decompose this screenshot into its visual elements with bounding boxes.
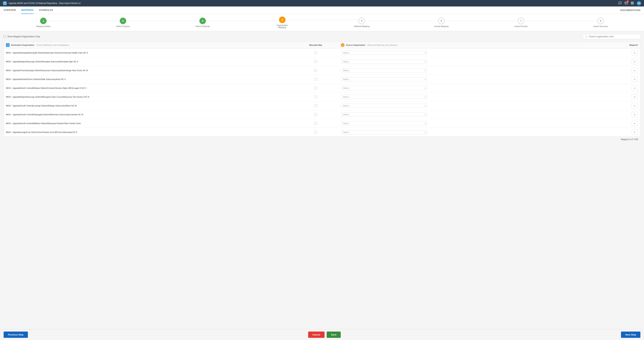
step-2[interactable]: 2 Select Program [83,18,163,27]
step-3[interactable]: 3 Select Outbreak [163,18,242,27]
dest-cell-2: MOH - Uganda/Tooro/Kyenjojo District/Kya… [6,69,290,72]
search-input[interactable] [589,35,638,38]
source-select-7[interactable]: Select... [341,112,427,117]
app-title: Uganda eIDSR and COVID 19 National Repos… [9,2,80,5]
manual-checkbox-5[interactable] [314,96,317,98]
manual-cell-4[interactable] [290,87,341,89]
source-cell-9[interactable]: Select... [341,130,562,134]
mapped-cell-0[interactable]: ▾ [562,50,638,55]
mail-icon-btn[interactable]: 2 [624,2,628,5]
nav-mappings[interactable]: MAPPINGS [21,7,34,14]
source-select-wrapper-9[interactable]: Select... [341,130,427,134]
step-1[interactable]: 1 Mapping Details [4,18,83,27]
source-cell-8[interactable]: Select... [341,121,562,125]
manual-cell-6[interactable] [290,104,341,107]
mapped-dropdown-5[interactable]: ▾ [632,94,638,99]
source-select-wrapper-5[interactable]: Select... [341,95,427,99]
source-select-2[interactable]: Select... [341,68,427,73]
source-cell-3[interactable]: Select... [341,77,562,81]
source-select-9[interactable]: Select... [341,130,427,134]
nav-documentation[interactable]: DOCUMENTATION [620,9,640,12]
source-cell-5[interactable]: Select... [341,95,562,99]
mapped-dropdown-9[interactable]: ▾ [632,130,638,135]
step-6[interactable]: 6 Events Mapping [402,18,481,27]
nav-overview[interactable]: OVERVIEW [4,7,16,14]
manual-checkbox-2[interactable] [314,69,317,72]
mapped-dropdown-4[interactable]: ▾ [632,86,638,91]
mapped-cell-2[interactable]: ▾ [562,68,638,73]
mapped-dropdown-6[interactable]: ▾ [632,103,638,108]
mapped-cell-5[interactable]: ▾ [562,94,638,99]
source-cell-7[interactable]: Select... [341,112,562,117]
source-select-wrapper-3[interactable]: Select... [341,77,427,81]
source-cell-0[interactable]: Select... [341,51,562,55]
source-select-3[interactable]: Select... [341,77,427,81]
source-select-6[interactable]: Select... [341,104,427,108]
save-button[interactable]: Save [327,331,341,335]
show-mapped-label: Show Mapped Organisations Only [7,35,40,38]
source-select-0[interactable]: Select... [341,51,427,55]
mapped-dropdown-2[interactable]: ▾ [632,68,638,73]
mapped-cell-9[interactable]: ▾ [562,130,638,135]
manual-cell-2[interactable] [290,69,341,72]
manual-checkbox-6[interactable] [314,104,317,107]
manual-cell-5[interactable] [290,96,341,98]
manual-cell-8[interactable] [290,122,341,125]
source-select-8[interactable]: Select... [341,121,427,125]
mapped-dropdown-1[interactable]: ▾ [632,59,638,64]
source-cell-1[interactable]: Select... [341,59,562,64]
cancel-button[interactable]: Cancel [308,331,324,335]
mapped-cell-6[interactable]: ▾ [562,103,638,108]
mapped-cell-4[interactable]: ▾ [562,86,638,91]
source-select-wrapper-8[interactable]: Select... [341,121,427,125]
svg-rect-2 [633,2,634,3]
manual-checkbox-1[interactable] [314,60,317,63]
step-4[interactable]: 4 Organisation Mapping [242,17,322,29]
grid-icon-btn[interactable] [631,2,634,5]
mapped-cell-3[interactable]: ▾ [562,77,638,82]
source-cell-4[interactable]: Select... [341,86,562,90]
mapped-cell-8[interactable]: ▾ [562,121,638,126]
mapped-dropdown-8[interactable]: ▾ [632,121,638,126]
source-icon [341,43,344,47]
show-mapped-checkbox[interactable]: Show Mapped Organisations Only [4,35,40,38]
chat-icon-btn[interactable] [618,2,622,5]
mapped-cell-7[interactable]: ▾ [562,112,638,117]
previous-step-button[interactable]: Previous Step [4,331,28,335]
source-cell-6[interactable]: Select... [341,104,562,108]
mapped-dropdown-0[interactable]: ▾ [632,50,638,55]
source-select-wrapper-6[interactable]: Select... [341,104,427,108]
source-select-wrapper-7[interactable]: Select... [341,112,427,117]
step-8[interactable]: 8 Import Summary [561,18,640,27]
source-select-wrapper-0[interactable]: Select... [341,51,427,55]
manual-cell-9[interactable] [290,131,341,133]
step-7[interactable]: 7 Import Preview [481,18,561,27]
show-mapped-input[interactable] [4,36,6,38]
source-select-5[interactable]: Select... [341,95,427,99]
manual-cell-0[interactable] [290,52,341,54]
manual-cell-3[interactable] [290,78,341,81]
manual-checkbox-8[interactable] [314,122,317,125]
step-5[interactable]: 5 Attribute Mapping [322,18,402,27]
manual-checkbox-9[interactable] [314,131,317,133]
manual-cell-7[interactable] [290,113,341,116]
source-select-wrapper-2[interactable]: Select... [341,68,427,73]
source-cell-2[interactable]: Select... [341,68,562,73]
source-select-wrapper-1[interactable]: Select... [341,59,427,64]
table-row: MOH - Uganda/Kigezi/Kanungu District/But… [4,93,640,101]
search-box[interactable] [583,34,640,39]
mapped-dropdown-7[interactable]: ▾ [632,112,638,117]
source-select-1[interactable]: Select... [341,59,427,64]
manual-cell-1[interactable] [290,60,341,63]
manual-checkbox-7[interactable] [314,113,317,116]
manual-checkbox-0[interactable] [314,52,317,54]
manual-checkbox-4[interactable] [314,87,317,89]
source-select-wrapper-4[interactable]: Select... [341,86,427,90]
mapped-cell-1[interactable]: ▾ [562,59,638,64]
next-step-button[interactable]: Next Step [621,331,640,335]
mapped-dropdown-3[interactable]: ▾ [632,77,638,82]
nav-schedules[interactable]: SCHEDULES [39,7,53,14]
user-avatar[interactable]: SS [637,1,641,6]
manual-checkbox-3[interactable] [314,78,317,81]
source-select-4[interactable]: Select... [341,86,427,90]
